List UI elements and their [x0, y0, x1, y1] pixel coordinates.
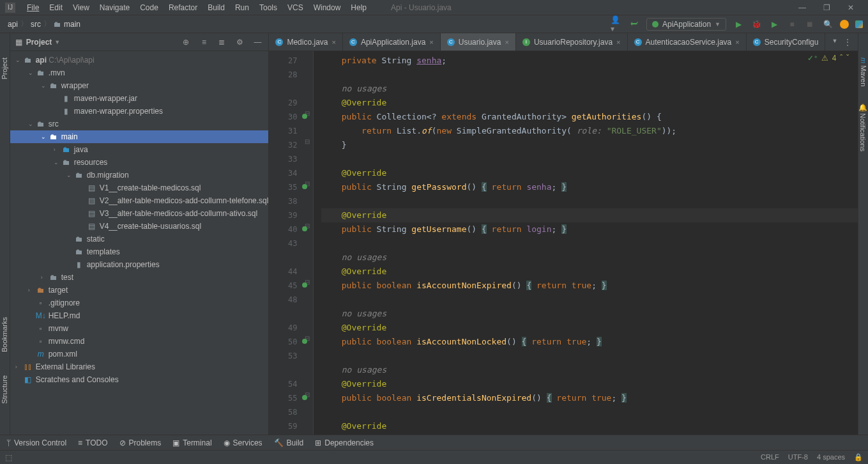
tab-apiapp[interactable]: CApiApplication.java× — [343, 33, 441, 50]
menu-window[interactable]: Window — [308, 3, 346, 12]
run-coverage-button[interactable]: ▶ — [768, 19, 780, 30]
menu-edit[interactable]: Edit — [44, 3, 68, 12]
tool-project[interactable]: Project — [1, 52, 8, 84]
run-button[interactable]: ▶ — [733, 19, 744, 30]
toolwindow-toggle-icon[interactable]: ⬚ — [5, 453, 12, 462]
tree-file[interactable]: ▮maven-wrapper.properties — [10, 105, 269, 118]
tree-folder-resources[interactable]: ⌄🖿resources — [10, 156, 269, 169]
tree-file-sql[interactable]: ▤V2__alter-table-medicos-add-collumn-tel… — [10, 194, 269, 207]
tree-folder-test[interactable]: ›🖿test — [10, 271, 269, 284]
close-tab-icon[interactable]: × — [616, 38, 620, 46]
line-ending[interactable]: CRLF — [761, 453, 779, 461]
menu-file[interactable]: File — [22, 3, 44, 12]
chevron-down-icon[interactable]: ▼ — [54, 39, 60, 45]
debug-button[interactable]: 🐞 — [750, 19, 762, 30]
tree-root[interactable]: ⌄🖿api C:\Api\api\api — [10, 54, 269, 66]
maximize-icon[interactable]: ❐ — [821, 2, 832, 13]
close-tab-icon[interactable]: × — [331, 38, 335, 46]
tree-file-sql[interactable]: ▤V1__create-table-medicos.sql — [10, 182, 269, 194]
vcs-tool[interactable]: ᛘVersion Control — [6, 438, 66, 447]
run-config-selector[interactable]: ApiApplication ▼ — [646, 18, 726, 31]
problems-tool[interactable]: ⊘Problems — [119, 438, 162, 447]
tree-folder-dbmig[interactable]: ⌄🖿db.migration — [10, 169, 269, 182]
tree-folder-java[interactable]: ›🖿java — [10, 143, 269, 156]
close-tab-icon[interactable]: × — [735, 38, 739, 46]
chevron-up-icon[interactable]: ˆ — [840, 54, 842, 63]
tool-maven[interactable]: m Maven — [860, 52, 867, 91]
tree-folder-static[interactable]: 🖿static — [10, 233, 269, 245]
project-dropdown-icon[interactable]: ▦ — [15, 38, 22, 47]
tab-security[interactable]: CSecurityConfigu — [747, 33, 826, 50]
fold-strip[interactable]: ⊟⊟ ⊟⊟⊟ ⊟⊟ — [301, 51, 314, 435]
tab-medico[interactable]: CMedico.java× — [269, 33, 342, 50]
tree-folder-wrapper[interactable]: ⌄🖿wrapper — [10, 79, 269, 92]
tree-folder-templates[interactable]: 🖿templates — [10, 245, 269, 258]
tree-file[interactable]: ▫mvnw.cmd — [10, 335, 269, 348]
tool-structure[interactable]: Structure — [1, 370, 8, 409]
search-everywhere-icon[interactable]: 🔍 — [822, 19, 834, 30]
menu-vcs[interactable]: VCS — [282, 3, 308, 12]
lock-icon[interactable]: 🔒 — [854, 453, 863, 461]
tool-bookmarks[interactable]: Bookmarks — [1, 312, 8, 357]
deps-tool[interactable]: ⊞Dependencies — [315, 438, 374, 447]
menu-code[interactable]: Code — [135, 3, 164, 12]
menu-view[interactable]: View — [68, 3, 95, 12]
settings-icon[interactable]: ⚙ — [234, 36, 245, 48]
panel-title[interactable]: Project — [26, 38, 52, 47]
ide-features-icon[interactable] — [855, 20, 863, 28]
breadcrumb[interactable]: src — [28, 20, 43, 29]
menu-help[interactable]: Help — [346, 3, 372, 12]
collapse-all-icon[interactable]: ≣ — [216, 36, 227, 48]
tree-folder-mvn[interactable]: ⌄🖿.mvn — [10, 66, 269, 79]
tree-file[interactable]: M↓HELP.md — [10, 309, 269, 322]
build-icon[interactable]: ⮨ — [628, 19, 640, 30]
chevron-down-icon[interactable]: ˇ — [846, 54, 849, 63]
tree-external-libs[interactable]: ›⫿⫿External Libraries — [10, 360, 269, 373]
tree-file-sql[interactable]: ▤V3__alter-table-medicos-add-collumn-ati… — [10, 207, 269, 220]
tree-file-sql[interactable]: ▤V4__create-table-usuarios.sql — [10, 220, 269, 233]
project-tree[interactable]: ⌄🖿api C:\Api\api\api ⌄🖿.mvn ⌄🖿wrapper ▮m… — [10, 51, 269, 435]
tree-scratches[interactable]: ◧Scratches and Consoles — [10, 373, 269, 386]
encoding[interactable]: UTF-8 — [788, 453, 808, 461]
breadcrumb[interactable]: api — [5, 20, 20, 29]
menu-run[interactable]: Run — [230, 3, 254, 12]
tree-folder-target[interactable]: ›🖿target — [10, 284, 269, 297]
update-icon[interactable] — [840, 20, 849, 29]
tab-usuario[interactable]: CUsuario.java× — [441, 33, 516, 50]
tree-folder-main[interactable]: ⌄🖿main — [10, 130, 269, 143]
tool-notifications[interactable]: 🔔 Notifications — [859, 98, 867, 157]
breadcrumb[interactable]: 🖿main — [51, 20, 83, 29]
code-area[interactable]: private String senha; no usages @Overrid… — [314, 51, 858, 435]
menu-build[interactable]: Build — [202, 3, 230, 12]
stop-all-button[interactable]: ⏹ — [804, 19, 816, 30]
minimize-icon[interactable]: — — [796, 2, 808, 13]
indent[interactable]: 4 spaces — [817, 453, 845, 461]
tab-autenticacao[interactable]: CAutenticacaoService.java× — [628, 33, 747, 50]
more-tabs-icon[interactable]: ⋮ — [844, 38, 851, 47]
problems-indicator[interactable]: ✓⁺ ⚠4 ˆ ˇ — [807, 54, 849, 63]
tree-file-pom[interactable]: mpom.xml — [10, 348, 269, 360]
terminal-tool[interactable]: ▣Terminal — [172, 438, 211, 447]
tree-file[interactable]: ▮maven-wrapper.jar — [10, 92, 269, 105]
stop-button[interactable]: ■ — [786, 19, 798, 30]
menu-tools[interactable]: Tools — [254, 3, 282, 12]
services-tool[interactable]: ◉Services — [224, 438, 263, 447]
build-tool[interactable]: 🔨Build — [274, 438, 304, 447]
close-tab-icon[interactable]: × — [505, 38, 508, 46]
gutter[interactable]: 2728 2930313233 343538 394043 444548 495… — [269, 51, 301, 435]
tree-file-props[interactable]: ▮application.properties — [10, 258, 269, 271]
select-opened-icon[interactable]: ⊕ — [180, 36, 192, 48]
tab-usuariorepo[interactable]: IUsuarioRepository.java× — [516, 33, 628, 50]
chevron-down-icon[interactable]: ▼ — [832, 38, 837, 47]
hide-panel-icon[interactable]: — — [252, 36, 263, 48]
tree-file[interactable]: ▫mvnw — [10, 322, 269, 335]
tree-file[interactable]: ▫.gitignore — [10, 297, 269, 309]
tree-folder-src[interactable]: ⌄🖿src — [10, 118, 269, 130]
editor-body[interactable]: ✓⁺ ⚠4 ˆ ˇ 2728 2930313233 343538 394043 … — [269, 51, 858, 435]
todo-tool[interactable]: ≡TODO — [78, 438, 107, 447]
menu-refactor[interactable]: Refactor — [164, 3, 202, 12]
menu-navigate[interactable]: Navigate — [95, 3, 135, 12]
close-tab-icon[interactable]: × — [429, 38, 433, 46]
user-icon[interactable]: 👤▾ — [611, 19, 622, 30]
expand-all-icon[interactable]: ≡ — [198, 36, 209, 48]
